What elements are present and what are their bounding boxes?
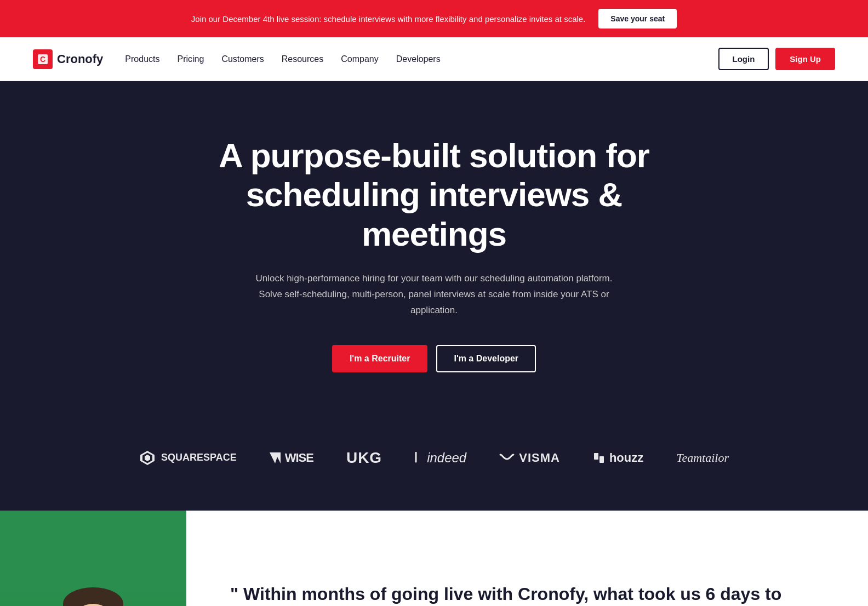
person-silhouette: [0, 511, 186, 606]
logo-visma: VISMA: [499, 451, 560, 465]
announcement-banner: Join our December 4th live session: sche…: [0, 0, 868, 37]
houzz-label: houzz: [609, 451, 643, 465]
nav-item-developers[interactable]: Developers: [396, 54, 441, 64]
nav-link-customers[interactable]: Customers: [221, 54, 264, 64]
indeed-label: indeed: [427, 450, 466, 466]
nav-left: C Cronofy Products Pricing Customers Res…: [33, 49, 441, 69]
quote-content: " Within months of going live with Crono…: [186, 511, 868, 606]
nav-links: Products Pricing Customers Resources Com…: [125, 54, 440, 64]
teamtailor-label: Teamtailor: [676, 451, 729, 465]
nav-item-products[interactable]: Products: [125, 54, 159, 64]
save-seat-button[interactable]: Save your seat: [598, 9, 677, 29]
wise-label: WISE: [285, 451, 313, 465]
nav-link-developers[interactable]: Developers: [396, 54, 441, 64]
hero-section: A purpose-built solution for scheduling …: [0, 81, 868, 416]
logo-link[interactable]: C Cronofy: [33, 49, 103, 69]
visma-label: VISMA: [519, 451, 560, 465]
logo-houzz: houzz: [593, 451, 643, 465]
hero-subtitle: Unlock high-performance hiring for your …: [253, 271, 615, 319]
nav-item-resources[interactable]: Resources: [282, 54, 323, 64]
indeed-icon: [415, 452, 422, 464]
squarespace-label: SQUARESPACE: [161, 452, 237, 463]
logo-squarespace: SQUARESPACE: [139, 450, 237, 466]
signup-button[interactable]: Sign Up: [775, 48, 835, 70]
svg-rect-4: [594, 453, 598, 460]
developer-button[interactable]: I'm a Developer: [436, 345, 536, 372]
quote-text: " Within months of going live with Crono…: [230, 582, 824, 606]
quote-person-image: [0, 511, 186, 606]
main-navigation: C Cronofy Products Pricing Customers Res…: [0, 37, 868, 81]
hero-buttons: I'm a Recruiter I'm a Developer: [332, 345, 536, 372]
nav-item-customers[interactable]: Customers: [221, 54, 264, 64]
logos-section: SQUARESPACE WISE UKG indeed VISMA houzz …: [0, 416, 868, 511]
svg-text:C: C: [40, 55, 45, 64]
nav-link-pricing[interactable]: Pricing: [177, 54, 204, 64]
nav-link-company[interactable]: Company: [341, 54, 378, 64]
logo-indeed: indeed: [415, 450, 466, 466]
recruiter-button[interactable]: I'm a Recruiter: [332, 345, 428, 372]
wise-icon: [270, 452, 281, 463]
nav-link-resources[interactable]: Resources: [282, 54, 323, 64]
squarespace-icon: [139, 450, 156, 466]
logo-icon: C: [33, 49, 53, 69]
nav-link-products[interactable]: Products: [125, 54, 159, 64]
logo-teamtailor: Teamtailor: [676, 451, 729, 465]
login-button[interactable]: Login: [718, 48, 769, 70]
quote-section: " Within months of going live with Crono…: [0, 511, 868, 606]
logo-ukg: UKG: [346, 449, 382, 467]
svg-marker-2: [270, 452, 281, 463]
nav-item-pricing[interactable]: Pricing: [177, 54, 204, 64]
logo-text: Cronofy: [57, 52, 103, 66]
nav-item-company[interactable]: Company: [341, 54, 378, 64]
svg-rect-5: [599, 456, 604, 463]
announcement-text: Join our December 4th live session: sche…: [191, 14, 586, 24]
nav-right: Login Sign Up: [718, 48, 836, 70]
visma-icon: [499, 452, 515, 463]
houzz-icon: [593, 452, 605, 464]
ukg-label: UKG: [346, 449, 382, 467]
hero-title: A purpose-built solution for scheduling …: [187, 136, 681, 253]
logo-wise: WISE: [270, 451, 313, 465]
